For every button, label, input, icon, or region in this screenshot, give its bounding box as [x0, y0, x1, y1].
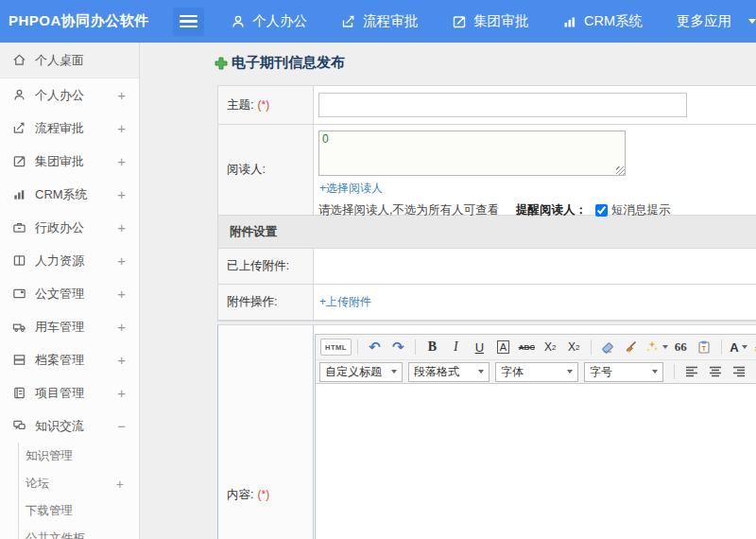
bold-button[interactable]: B	[421, 337, 443, 357]
expand-icon[interactable]: +	[117, 385, 126, 401]
heading-style-dropdown[interactable]: 自定义标题	[319, 362, 403, 382]
rich-text-editor: HTML ↶ ↷ B I U A ABC X2 X2	[315, 334, 756, 539]
sidebar: 个人桌面 个人办公 + 流程审批 + 集团审批 + CRM系统 + 行政办公 +…	[0, 43, 140, 539]
sidebar-item-knowledge-exchange[interactable]: 知识交流 −	[0, 409, 139, 443]
knowledge-submenu: 知识管理 论坛 + 下载管理 公共文件柜	[18, 443, 139, 539]
truck-icon	[12, 320, 26, 334]
book-icon	[12, 253, 26, 268]
font-color-button[interactable]: A	[728, 337, 749, 357]
uploaded-attachments-row: 已上传附件:	[218, 249, 756, 285]
sidebar-item-document-mgmt[interactable]: 公文管理 +	[0, 277, 139, 310]
publish-form: 主题: (*) 阅读人: 0 +选择阅读人 请选择阅读人,不选为所有人可查看 提…	[217, 85, 756, 322]
home-icon	[12, 53, 26, 67]
expand-icon[interactable]: +	[116, 477, 124, 492]
expand-icon[interactable]: +	[117, 319, 126, 335]
workflow-icon	[341, 14, 356, 29]
nav-more-apps[interactable]: 更多应用	[677, 12, 731, 30]
format-brush-icon[interactable]	[621, 337, 643, 357]
sidebar-item-crm[interactable]: CRM系统 +	[0, 178, 139, 211]
notebook-icon	[12, 386, 26, 400]
top-nav: 个人办公 流程审批 集团审批 CRM系统 更多应用	[231, 12, 756, 30]
subject-label: 主题: (*)	[218, 86, 314, 124]
user-icon	[12, 88, 26, 102]
quick-format-wand-icon[interactable]	[644, 337, 668, 357]
edit-icon	[452, 14, 467, 29]
align-center-icon[interactable]	[704, 361, 726, 382]
paste-icon[interactable]: T	[694, 337, 715, 357]
expand-icon[interactable]: +	[117, 219, 126, 235]
uploaded-attachments-value	[314, 249, 756, 284]
sidebar-item-personal-office[interactable]: 个人办公 +	[0, 78, 139, 112]
expand-icon[interactable]: +	[117, 186, 126, 202]
expand-icon[interactable]: +	[117, 120, 126, 136]
sidebar-subitem-download-mgmt[interactable]: 下载管理	[19, 497, 139, 525]
chevron-down-icon	[652, 370, 658, 374]
blockquote-button[interactable]: 66	[670, 337, 692, 357]
nav-crm-system[interactable]: CRM系统	[562, 12, 643, 30]
subject-input[interactable]	[318, 93, 687, 117]
upload-attachment-link[interactable]: +上传附件	[319, 294, 371, 310]
sidebar-subitem-public-cabinet[interactable]: 公共文件柜	[19, 525, 139, 539]
sidebar-item-workflow-approval[interactable]: 流程审批 +	[0, 112, 139, 145]
redo-icon[interactable]: ↷	[387, 337, 409, 357]
sidebar-item-vehicle-mgmt[interactable]: 用车管理 +	[0, 310, 139, 343]
hamburger-menu-icon[interactable]	[173, 8, 204, 36]
editor-toolbar-row2: 自定义标题 段落格式 字体 字号	[316, 359, 756, 384]
collapse-icon[interactable]: −	[117, 418, 126, 434]
superscript-button[interactable]: X2	[540, 337, 561, 357]
nav-workflow-approval[interactable]: 流程审批	[341, 12, 418, 30]
sidebar-item-archive-mgmt[interactable]: 档案管理 +	[0, 343, 139, 376]
expand-icon[interactable]: +	[117, 153, 126, 169]
uploaded-attachments-label: 已上传附件:	[218, 249, 314, 284]
highlight-color-button[interactable]	[751, 337, 756, 357]
subscript-button[interactable]: X2	[563, 337, 585, 357]
italic-button[interactable]: I	[445, 337, 467, 357]
sms-remind-checkbox[interactable]	[595, 204, 608, 217]
chevron-down-icon	[662, 345, 668, 349]
html-source-button[interactable]: HTML	[320, 339, 352, 356]
workflow-icon	[12, 121, 26, 135]
readers-row: 阅读人: 0 +选择阅读人 请选择阅读人,不选为所有人可查看 提醒阅读人： 短消…	[218, 125, 756, 216]
expand-icon[interactable]: +	[117, 87, 126, 103]
expand-icon[interactable]: +	[117, 352, 126, 368]
underline-button[interactable]: U	[469, 337, 490, 357]
editor-content-area[interactable]	[316, 384, 756, 539]
required-mark: (*)	[257, 488, 269, 501]
nav-personal-office[interactable]: 个人办公	[231, 12, 307, 30]
app-brand: PHPOA协同办公软件	[0, 12, 173, 30]
strikethrough-button[interactable]: ABC	[516, 337, 538, 357]
sidebar-item-hr[interactable]: 人力资源 +	[0, 244, 139, 277]
chat-icon	[12, 419, 26, 433]
align-left-icon[interactable]	[680, 361, 702, 382]
readers-label: 阅读人:	[218, 125, 314, 215]
user-icon	[231, 14, 246, 29]
expand-icon[interactable]: +	[117, 286, 126, 302]
paragraph-format-dropdown[interactable]: 段落格式	[408, 362, 490, 382]
subject-row: 主题: (*)	[218, 86, 756, 125]
sidebar-item-desktop[interactable]: 个人桌面	[0, 43, 139, 78]
align-right-icon[interactable]	[728, 361, 749, 382]
sidebar-item-project-mgmt[interactable]: 项目管理 +	[0, 376, 139, 409]
nav-group-approval[interactable]: 集团审批	[452, 12, 528, 30]
main-content: 电子期刊信息发布 主题: (*) 阅读人: 0 +选择阅读人	[141, 43, 756, 539]
resize-grip[interactable]	[616, 166, 625, 175]
select-readers-link[interactable]: +选择阅读人	[319, 181, 383, 197]
remove-format-eraser-icon[interactable]	[597, 337, 619, 357]
undo-icon[interactable]: ↶	[364, 337, 386, 357]
chevron-down-icon[interactable]	[748, 19, 756, 24]
sidebar-item-admin-office[interactable]: 行政办公 +	[0, 211, 139, 244]
expand-icon[interactable]: +	[117, 252, 126, 269]
sidebar-subitem-forum[interactable]: 论坛 +	[19, 470, 139, 497]
readers-textarea[interactable]: 0	[318, 130, 626, 176]
bar-chart-icon	[12, 187, 26, 201]
sidebar-subitem-knowledge-mgmt[interactable]: 知识管理	[19, 443, 139, 470]
font-style-button[interactable]: A	[492, 337, 514, 357]
font-family-dropdown[interactable]: 字体	[495, 362, 578, 382]
page-title: 电子期刊信息发布	[215, 54, 345, 72]
font-size-dropdown[interactable]: 字号	[584, 362, 663, 382]
sidebar-item-group-approval[interactable]: 集团审批 +	[0, 145, 139, 178]
content-label: 内容: (*)	[218, 325, 314, 539]
attachments-section-header: 附件设置	[218, 216, 756, 249]
chevron-down-icon	[478, 370, 484, 374]
align-justify-icon[interactable]	[751, 361, 756, 382]
